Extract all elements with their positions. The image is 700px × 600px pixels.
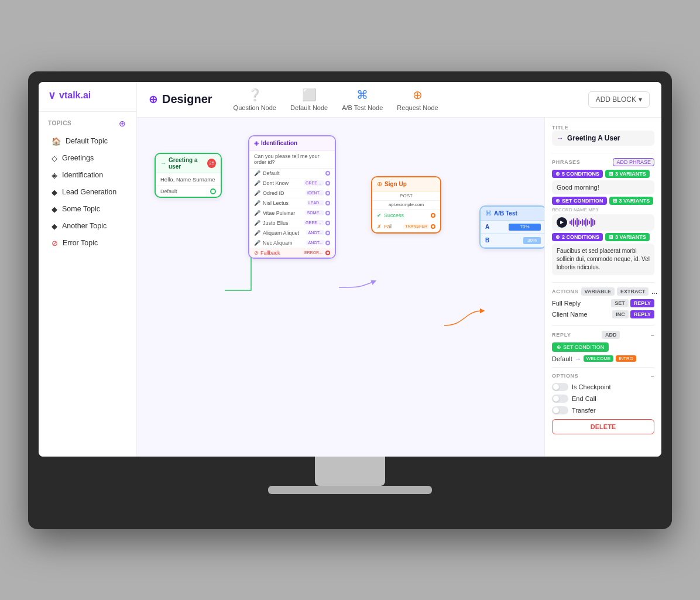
fail-icon: ✗ (377, 224, 382, 229)
sidebar-item-default-topic[interactable]: 🏠 Default Topic (42, 133, 133, 150)
mic-icon-1: 🎤 (254, 180, 260, 186)
ident-row-0: 🎤 Default (249, 169, 335, 179)
client-name-inc-button[interactable]: INC (612, 310, 629, 318)
ab-test-icon: ⌘ (485, 210, 492, 217)
delete-button[interactable]: DELETE (552, 419, 654, 434)
add-phrase-button[interactable]: ADD PHRASE (613, 158, 654, 166)
signup-fail-port[interactable] (431, 224, 435, 229)
ident-port-2[interactable] (325, 191, 330, 196)
signup-success-row: ✔ Success (372, 210, 440, 221)
ident-icon: ◈ (254, 139, 259, 147)
sidebar-item-some-topic[interactable]: ◆ Some Topic (42, 201, 133, 218)
check-icon: ✔ (377, 212, 382, 218)
ab-bar-a: 70% (509, 224, 541, 231)
ident-port-0[interactable] (325, 171, 330, 176)
ident-port-3[interactable] (325, 201, 330, 205)
conditions-badge-2: ⊕ SET CONDITION (552, 197, 607, 205)
action-full-reply: Full Reply SET REPLY (552, 299, 654, 307)
mic-icon-7: 🎤 (254, 240, 260, 246)
greeting-output-port[interactable] (210, 188, 216, 194)
mic-icon-0: 🎤 (254, 170, 260, 176)
sidebar-item-error-topic[interactable]: ⊘ Error Topic (42, 235, 133, 252)
default-node-type[interactable]: ⬜ Default Node (290, 88, 328, 111)
canvas-area[interactable]: → Greeting a user 25 Hello, Name Surname… (137, 118, 544, 457)
mic-icon-2: 🎤 (254, 190, 260, 196)
reply-default-row: Default → WELCOME INTRO (552, 355, 654, 362)
ident-port-1[interactable] (325, 181, 330, 186)
title-value: → Greeting A User (552, 131, 654, 146)
topics-label: TOPICS (48, 120, 71, 126)
extract-button[interactable]: EXTRACT (617, 287, 649, 296)
sidebar-item-greetings[interactable]: ◇ Greetings (42, 150, 133, 167)
actions-section: ACTIONS VARIABLE EXTRACT … Full Reply SE… (552, 287, 654, 318)
client-name-reply-button[interactable]: REPLY (630, 310, 654, 318)
greeting-default-label: Default (160, 188, 177, 194)
designer-title: ⊕ Designer (149, 92, 212, 106)
greeting-body: Hello, Name Surname (156, 173, 221, 186)
reply-add-button[interactable]: ADD (602, 331, 620, 339)
ident-port-5[interactable] (325, 221, 330, 225)
error-icon: ⊘ (52, 239, 58, 248)
end-call-toggle[interactable] (552, 395, 568, 403)
signup-fail-status: ✗ Fail (377, 224, 393, 229)
identification-node[interactable]: ◈ Identification Can you please tell me … (248, 135, 336, 259)
checkpoint-toggle[interactable] (552, 383, 568, 391)
signup-node[interactable]: ⊕ Sign Up POST api.example.com ✔ Success (371, 176, 441, 234)
option-transfer: Transfer (552, 406, 654, 414)
chevron-down-icon: ▾ (639, 95, 642, 104)
phrases-section: PHRASES ADD PHRASE ⊕ 5 CONDITIONS ⊞ (552, 158, 654, 275)
greeting-badge: 25 (207, 159, 216, 168)
actions-more-icon[interactable]: … (651, 288, 657, 295)
error-circle-icon: ⊘ (254, 250, 259, 256)
signup-success-status: ✔ Success (377, 212, 404, 218)
options-collapse-icon[interactable]: − (651, 372, 654, 379)
topics-add-button[interactable]: ⊕ (118, 119, 127, 128)
transfer-toggle[interactable] (552, 406, 568, 414)
reply-collapse-icon[interactable]: − (651, 331, 654, 338)
variants-icon-1: ⊞ (609, 171, 613, 177)
divider-4 (552, 367, 654, 368)
ident-header: ◈ Identification (249, 136, 335, 150)
monitor-frame: ∨ vtalk.ai TOPICS ⊕ 🏠 Default Topic ◇ Gr… (28, 71, 672, 529)
ab-node-type[interactable]: ⌘ A/B Test Node (342, 88, 383, 111)
request-node-type[interactable]: ⊕ Request Node (397, 88, 438, 111)
question-node-type[interactable]: ❔ Question Node (234, 88, 276, 111)
ident-port-7[interactable] (325, 241, 330, 245)
sidebar-item-identification[interactable]: ◈ Identification (42, 167, 133, 184)
canvas-right-wrapper: → Greeting a user 25 Hello, Name Surname… (137, 118, 661, 457)
variable-button[interactable]: VARIABLE (581, 287, 615, 296)
full-reply-reply-button[interactable]: REPLY (630, 299, 654, 307)
app-layout: ∨ vtalk.ai TOPICS ⊕ 🏠 Default Topic ◇ Gr… (39, 82, 661, 457)
signup-url: api.example.com (372, 201, 440, 210)
ident-port-6[interactable] (325, 231, 330, 235)
ab-test-node[interactable]: ⌘ A/B Test A 70% B 30% (479, 205, 544, 249)
ab-header: ⌘ A/B Test (481, 207, 544, 221)
logo-icon: ∨ (48, 89, 56, 102)
set-condition-button[interactable]: ⊕ SET CONDITION (552, 342, 609, 352)
node-toolbar: ❔ Question Node ⬜ Default Node ⌘ A/B Tes… (234, 88, 650, 111)
sidebar-item-another-topic[interactable]: ◆ Another Topic (42, 218, 133, 235)
canvas-inner: → Greeting a user 25 Hello, Name Surname… (137, 118, 544, 457)
play-button[interactable]: ▶ (557, 217, 567, 228)
ident-question: Can you please tell me your order id? (249, 150, 335, 169)
designer-header: ⊕ Designer ❔ Question Node ⬜ Default Nod… (137, 82, 661, 118)
sidebar-item-lead-generation[interactable]: ◆ Lead Generation (42, 184, 133, 201)
title-icon: → (557, 134, 564, 142)
variants-icon-2: ⊞ (613, 198, 617, 204)
greeting-node-icon: → (160, 160, 166, 166)
conditions-badge-1: ⊕ 5 CONDITIONS (552, 170, 603, 178)
ident-row-5: 🎤 Justo Ellus GREET... (249, 218, 335, 228)
signup-success-port[interactable] (431, 213, 435, 218)
greeting-node[interactable]: → Greeting a user 25 Hello, Name Surname… (155, 153, 222, 198)
sidebar: ∨ vtalk.ai TOPICS ⊕ 🏠 Default Topic ◇ Gr… (39, 82, 137, 457)
condition-set-icon: ⊕ (557, 344, 561, 350)
transfer-tag: TRANSFER (403, 224, 429, 229)
divider-2 (552, 282, 654, 283)
add-block-button[interactable]: ADD BLOCK ▾ (588, 91, 650, 108)
full-reply-set-button[interactable]: SET (611, 299, 629, 307)
logo: ∨ vtalk.ai (39, 89, 136, 112)
ident-port-4[interactable] (325, 211, 330, 215)
signup-header: ⊕ Sign Up (372, 177, 440, 191)
ident-fallback-port[interactable] (325, 251, 330, 255)
greeting-footer: Default (156, 186, 221, 197)
